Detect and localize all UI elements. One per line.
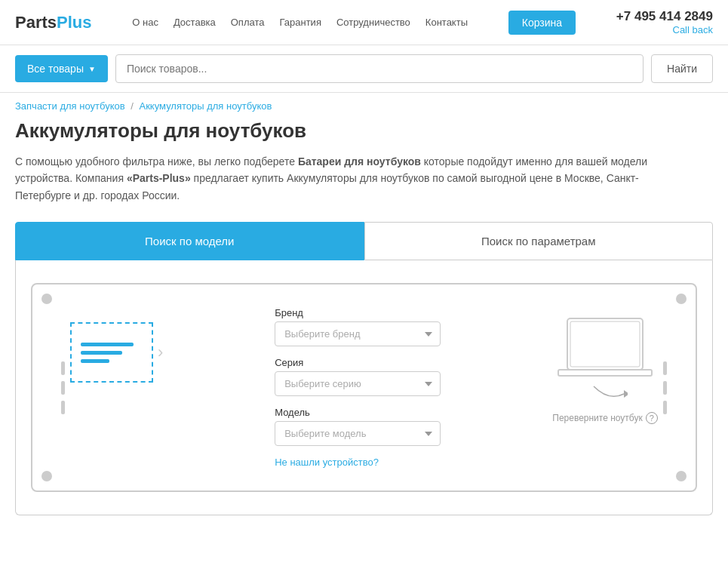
model-select[interactable]: Выберите модель bbox=[275, 421, 441, 446]
nav-cooperation[interactable]: Сотрудничество bbox=[336, 17, 410, 28]
breadcrumb-separator: / bbox=[131, 100, 134, 112]
question-mark-icon[interactable]: ? bbox=[646, 412, 658, 424]
main-content: Аккумуляторы для ноутбуков С помощью удо… bbox=[0, 119, 728, 538]
laptop-svg bbox=[552, 315, 658, 390]
side-bar bbox=[663, 401, 667, 414]
desc-text1: С помощью удобного фильтра ниже, вы легк… bbox=[15, 155, 298, 168]
page-description: С помощью удобного фильтра ниже, вы легк… bbox=[15, 153, 694, 204]
cart-button[interactable]: Корзина bbox=[508, 11, 576, 35]
search-input[interactable] bbox=[115, 54, 644, 83]
dashed-box bbox=[70, 322, 153, 383]
side-bar bbox=[61, 361, 65, 375]
side-bar bbox=[663, 381, 667, 395]
svg-rect-1 bbox=[570, 321, 640, 367]
breadcrumb-parent[interactable]: Запчасти для ноутбуков bbox=[15, 100, 125, 112]
callback-link[interactable]: Call back bbox=[616, 24, 713, 35]
logo-link[interactable]: PartsPlus bbox=[15, 13, 92, 32]
not-found-link[interactable]: Не нашли устройство? bbox=[275, 457, 441, 468]
all-goods-label: Все товары bbox=[27, 63, 84, 75]
nav-delivery[interactable]: Доставка bbox=[174, 17, 216, 28]
arrow-right-icon: › bbox=[158, 343, 163, 362]
laptop-illustration-left: › bbox=[55, 307, 178, 398]
brand-group: Бренд Выберите бренд bbox=[275, 307, 441, 346]
brand-label: Бренд bbox=[275, 307, 441, 318]
svg-rect-2 bbox=[558, 370, 652, 376]
filter-widget: › Бренд Выберите бренд Серия Выберите се… bbox=[15, 260, 713, 515]
nav-warranty[interactable]: Гарантия bbox=[279, 17, 321, 28]
laptop-label-text: Переверните ноутбук bbox=[552, 413, 642, 423]
svg-marker-4 bbox=[624, 390, 628, 398]
model-group: Модель Выберите модель bbox=[275, 407, 441, 446]
corner-circle-br bbox=[676, 471, 687, 481]
corner-circle-tr bbox=[676, 294, 687, 304]
series-label: Серия bbox=[275, 357, 441, 368]
search-bar: Все товары ▼ Найти bbox=[0, 45, 728, 93]
all-goods-button[interactable]: Все товары ▼ bbox=[15, 55, 108, 82]
page-title: Аккумуляторы для ноутбуков bbox=[15, 119, 713, 143]
laptop-label: Переверните ноутбук ? bbox=[552, 412, 657, 424]
search-button[interactable]: Найти bbox=[651, 54, 713, 83]
breadcrumb-current: Аккумуляторы для ноутбуков bbox=[140, 100, 272, 112]
dashed-line-2 bbox=[81, 351, 122, 355]
series-group: Серия Выберите серию bbox=[275, 357, 441, 396]
laptop-illustration-right: Переверните ноутбук ? bbox=[537, 307, 673, 432]
arrow-curve-icon bbox=[590, 383, 628, 405]
breadcrumb: Запчасти для ноутбуков / Аккумуляторы дл… bbox=[0, 93, 728, 119]
model-label: Модель bbox=[275, 407, 441, 418]
filter-inner: › Бренд Выберите бренд Серия Выберите се… bbox=[31, 283, 697, 492]
tab-param-search[interactable]: Поиск по параметрам bbox=[364, 222, 714, 260]
side-bar bbox=[663, 361, 667, 375]
filter-form: Бренд Выберите бренд Серия Выберите сери… bbox=[275, 307, 441, 468]
side-bars-right bbox=[663, 361, 667, 414]
dashed-line-1 bbox=[81, 343, 134, 346]
main-nav: О нас Доставка Оплата Гарантия Сотруднич… bbox=[132, 17, 468, 28]
nav-about[interactable]: О нас bbox=[132, 17, 158, 28]
desc-bold2: «Parts-Plus» bbox=[127, 172, 191, 184]
svg-rect-0 bbox=[567, 318, 643, 370]
series-select[interactable]: Выберите серию bbox=[275, 371, 441, 396]
side-bar bbox=[61, 381, 65, 395]
nav-payment[interactable]: Оплата bbox=[231, 17, 265, 28]
chevron-down-icon: ▼ bbox=[88, 65, 96, 73]
corner-circle-tl bbox=[41, 294, 52, 304]
tab-model-search[interactable]: Поиск по модели bbox=[15, 222, 364, 260]
tabs: Поиск по модели Поиск по параметрам bbox=[15, 222, 713, 260]
nav-contacts[interactable]: Контакты bbox=[425, 17, 468, 28]
phone-block: +7 495 414 2849 Call back bbox=[616, 9, 713, 35]
logo-plus: Plus bbox=[57, 13, 91, 32]
dashed-line-3 bbox=[81, 359, 109, 363]
side-bar bbox=[61, 401, 65, 414]
phone-number: +7 495 414 2849 bbox=[616, 9, 713, 24]
brand-select[interactable]: Выберите бренд bbox=[275, 321, 441, 346]
logo-parts: Parts bbox=[15, 13, 57, 32]
desc-bold1: Батареи для ноутбуков bbox=[298, 155, 421, 168]
header: PartsPlus О нас Доставка Оплата Гарантия… bbox=[0, 0, 728, 45]
corner-circle-bl bbox=[41, 471, 52, 481]
side-bars-left bbox=[61, 361, 65, 414]
